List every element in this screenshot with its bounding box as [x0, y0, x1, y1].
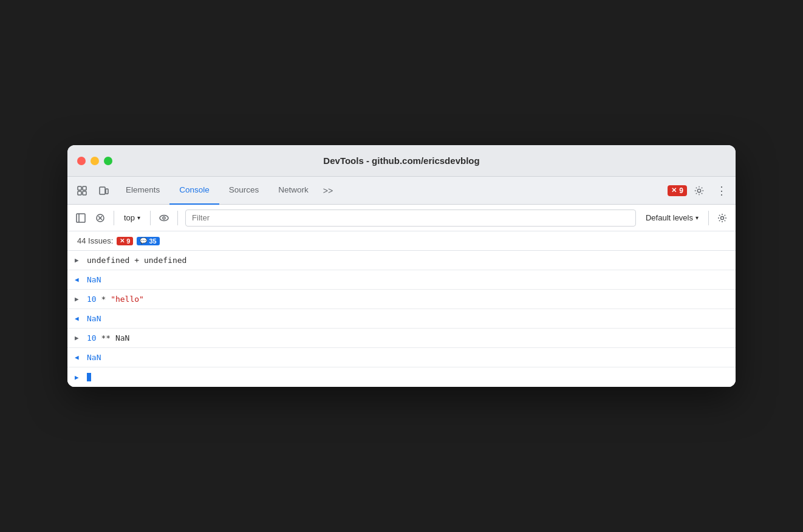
svg-rect-5	[106, 189, 108, 194]
prompt-cursor	[87, 373, 91, 381]
device-toggle-icon-btn[interactable]	[94, 181, 114, 200]
svg-point-13	[163, 217, 165, 219]
console-text-2: NaN	[87, 275, 101, 284]
console-prompt-row[interactable]: ▶	[67, 367, 736, 387]
context-selector[interactable]: top ▾	[119, 210, 145, 227]
console-settings-icon-btn[interactable]	[714, 210, 731, 227]
error-count-badge[interactable]: ✕ 9	[668, 185, 687, 196]
error-issues-badge[interactable]: ✕ 9	[117, 237, 133, 245]
window-title: DevTools - github.com/ericsdevblog	[323, 155, 479, 166]
svg-rect-4	[100, 187, 105, 194]
tabs-bar: Elements Console Sources Network >> ✕ 9	[67, 177, 736, 205]
console-text-4: NaN	[87, 314, 101, 323]
console-row-6: ◀ NaN	[67, 348, 736, 367]
levels-chevron-icon: ▾	[695, 214, 699, 221]
maximize-button[interactable]	[104, 157, 112, 165]
console-row-1: ▶ undefined + undefined	[67, 251, 736, 270]
minimize-button[interactable]	[91, 157, 99, 165]
info-issues-count: 35	[149, 237, 156, 245]
error-issues-icon: ✕	[120, 237, 125, 244]
error-icon: ✕	[671, 186, 677, 194]
svg-rect-3	[83, 191, 86, 195]
levels-label: Default levels	[646, 213, 693, 222]
select-element-icon-btn[interactable]	[72, 181, 92, 200]
sidebar-toggle-icon-btn[interactable]	[72, 210, 89, 227]
info-issues-badge[interactable]: 💬 35	[137, 237, 159, 245]
prompt-arrow: ▶	[75, 373, 82, 381]
console-text-1: undefined + undefined	[87, 256, 186, 265]
titlebar: DevTools - github.com/ericsdevblog	[67, 145, 736, 177]
clear-console-icon-btn[interactable]	[92, 210, 109, 227]
console-content: ▶ undefined + undefined ◀ NaN ▶ 10 * "he…	[67, 251, 736, 387]
toolbar-divider	[114, 211, 114, 225]
error-issues-count: 9	[126, 237, 130, 245]
result-arrow-6: ◀	[75, 353, 82, 361]
filter-input[interactable]	[185, 210, 636, 227]
issues-bar: 44 Issues: ✕ 9 💬 35	[67, 231, 736, 251]
more-menu-icon-btn[interactable]: ⋮	[711, 181, 731, 200]
tabs-list: Elements Console Sources Network >>	[116, 177, 665, 205]
tab-sources[interactable]: Sources	[219, 177, 269, 205]
console-row-3: ▶ 10 * "hello"	[67, 290, 736, 309]
more-tabs-button[interactable]: >>	[318, 186, 338, 196]
log-levels-selector[interactable]: Default levels ▾	[641, 210, 703, 227]
result-arrow-2: ◀	[75, 276, 82, 284]
traffic-lights	[77, 157, 112, 165]
chevron-down-icon: ▾	[137, 214, 140, 221]
info-issues-icon: 💬	[140, 237, 147, 244]
expand-arrow-1[interactable]: ▶	[75, 256, 82, 264]
expand-arrow-5[interactable]: ▶	[75, 334, 82, 342]
toolbar-divider-2	[150, 211, 151, 225]
devtools-window: DevTools - github.com/ericsdevblog	[67, 145, 736, 387]
tab-console[interactable]: Console	[169, 177, 219, 205]
eye-icon-btn[interactable]	[155, 210, 173, 227]
devtools-body: Elements Console Sources Network >> ✕ 9	[67, 177, 736, 387]
svg-rect-7	[77, 214, 85, 222]
console-toolbar: top ▾ Default levels ▾	[67, 205, 736, 231]
tab-elements[interactable]: Elements	[116, 177, 169, 205]
three-dots-icon: ⋮	[716, 184, 726, 197]
console-row-2: ◀ NaN	[67, 270, 736, 290]
issues-prefix: 44 Issues:	[77, 236, 113, 245]
svg-rect-2	[78, 191, 81, 195]
console-text-6: NaN	[87, 353, 101, 362]
svg-point-14	[721, 216, 724, 219]
toolbar-divider-3	[177, 211, 178, 225]
console-op-5: ** NaN	[97, 333, 130, 343]
console-op-3: *	[97, 295, 111, 304]
svg-rect-0	[78, 186, 81, 190]
error-count: 9	[679, 186, 683, 195]
tabs-right: ✕ 9 ⋮	[668, 181, 731, 200]
console-str-3: "hello"	[111, 295, 144, 304]
result-arrow-4: ◀	[75, 315, 82, 322]
console-row-5: ▶ 10 ** NaN	[67, 329, 736, 348]
svg-point-12	[160, 215, 168, 220]
context-label: top	[124, 213, 135, 222]
console-num-3: 10	[87, 295, 97, 304]
console-num-5: 10	[87, 333, 97, 343]
svg-point-6	[697, 189, 700, 192]
close-button[interactable]	[77, 157, 86, 165]
svg-rect-1	[83, 186, 86, 190]
expand-arrow-3[interactable]: ▶	[75, 295, 82, 303]
console-row-4: ◀ NaN	[67, 309, 736, 329]
settings-icon-btn[interactable]	[689, 181, 709, 200]
toolbar-divider-4	[708, 211, 709, 225]
tab-network[interactable]: Network	[268, 177, 318, 205]
